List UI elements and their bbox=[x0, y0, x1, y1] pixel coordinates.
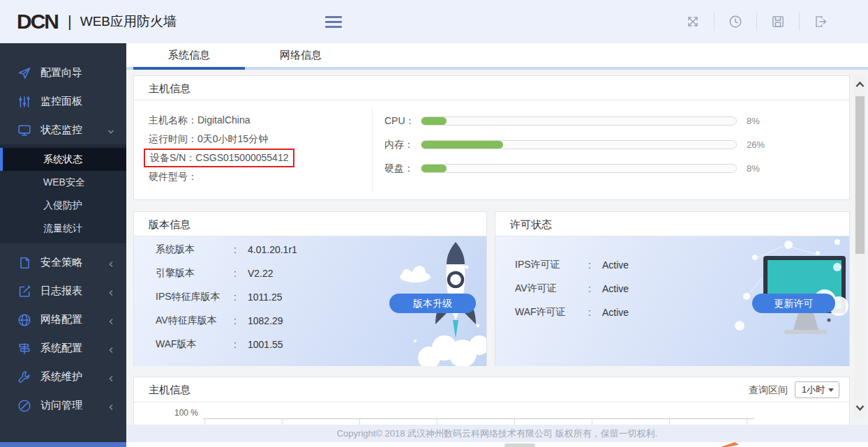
chevron-left-icon bbox=[107, 373, 115, 381]
header-separator bbox=[799, 13, 800, 31]
version-upgrade-button[interactable]: 版本升级 bbox=[389, 294, 476, 313]
sidebar-item-label: 网络配置 bbox=[40, 313, 82, 326]
memory-progress-bar bbox=[421, 140, 737, 149]
fullscreen-arrows-icon[interactable] bbox=[685, 14, 701, 29]
no-entry-icon bbox=[17, 399, 31, 413]
disk-progress-bar bbox=[421, 164, 737, 173]
sidebar-item-system-config[interactable]: 系统配置 bbox=[0, 334, 126, 363]
license-status-value: Active bbox=[602, 259, 629, 271]
serial-number-field: 设备S/N：CSGS015000055412 bbox=[149, 149, 372, 167]
sidebar-item-label: 访问管理 bbox=[40, 399, 82, 412]
version-row: WAF版本 : 1001.55 bbox=[134, 333, 486, 356]
tab-system-info[interactable]: 系统信息 bbox=[133, 43, 245, 70]
card-title: 主机信息 bbox=[134, 76, 849, 100]
card-title: 许可状态 bbox=[495, 212, 849, 236]
sidebar-item-security-policy[interactable]: 安全策略 bbox=[0, 248, 126, 277]
save-icon[interactable] bbox=[770, 14, 786, 29]
file-icon bbox=[17, 256, 31, 270]
license-status-value: Active bbox=[602, 283, 629, 294]
chevron-down-icon bbox=[107, 126, 115, 135]
cpu-percent: 8% bbox=[747, 116, 760, 126]
partial-scrollbar-pill bbox=[504, 444, 535, 447]
chevron-left-icon bbox=[107, 259, 115, 267]
header-separator bbox=[714, 13, 714, 31]
logout-icon[interactable] bbox=[813, 14, 828, 29]
app-title: WEB应用防火墙 bbox=[80, 13, 177, 31]
sidebar-bottom-accent bbox=[0, 442, 126, 447]
host-name-field: 主机名称：DigitalChina bbox=[149, 111, 372, 130]
scrollbar-thumb[interactable] bbox=[855, 96, 865, 254]
clock-icon[interactable] bbox=[728, 14, 743, 29]
top-header: DCN | WEB应用防火墙 bbox=[0, 0, 868, 43]
bottom-edge-strip bbox=[126, 442, 868, 447]
disk-gauge-row: 硬盘： 8% bbox=[373, 158, 849, 179]
sidebar-item-system-maintenance[interactable]: 系统维护 bbox=[0, 363, 126, 391]
sidebar-item-label: 监控面板 bbox=[40, 95, 82, 108]
uptime-field: 运行时间：0天0小时15分钟 bbox=[149, 130, 372, 149]
sliders-icon bbox=[17, 95, 31, 109]
vertical-scrollbar[interactable] bbox=[854, 75, 866, 418]
disk-label: 硬盘： bbox=[384, 162, 421, 175]
serial-number-text: 设备S/N：CSGS015000055412 bbox=[150, 152, 288, 163]
host-info-card: 主机信息 主机名称：DigitalChina 运行时间：0天0小时15分钟 设备… bbox=[133, 75, 850, 200]
memory-percent: 26% bbox=[747, 139, 765, 150]
app-window: DCN | WEB应用防火墙 bbox=[0, 0, 868, 447]
sidebar-item-label: 系统配置 bbox=[40, 342, 82, 355]
sidebar-subitem-system-status[interactable]: 系统状态 bbox=[0, 148, 126, 171]
version-row: 引擎版本 : V2.22 bbox=[134, 262, 486, 285]
update-license-button[interactable]: 更新许可 bbox=[752, 294, 835, 313]
globe-icon bbox=[17, 313, 31, 327]
version-row: 系统版本 : 4.01.20.1r1 bbox=[134, 238, 486, 262]
sidebar-item-access-management[interactable]: 访问管理 bbox=[0, 391, 126, 420]
chevron-left-icon bbox=[107, 402, 115, 410]
memory-gauge-row: 内存： 26% bbox=[373, 134, 849, 156]
license-row: IPS许可证 : Active bbox=[495, 253, 849, 277]
sidebar-item-log-reports[interactable]: 日志报表 bbox=[0, 277, 126, 305]
interval-select[interactable]: 1小时 bbox=[795, 381, 839, 398]
copyright-footer: Copyright© 2018 武汉神州数码云科网络技术有限公司 版权所有，保留… bbox=[126, 425, 868, 442]
chevron-left-icon bbox=[107, 316, 115, 324]
host-fields: 主机名称：DigitalChina 运行时间：0天0小时15分钟 设备S/N：C… bbox=[134, 100, 372, 199]
sidebar-item-label: 系统维护 bbox=[40, 370, 82, 384]
license-status-value: Active bbox=[602, 307, 629, 318]
interval-selected-value: 1小时 bbox=[802, 384, 825, 395]
sidebar-item-status-monitor[interactable]: 状态监控 bbox=[0, 116, 126, 144]
serial-number-highlight-box: 设备S/N：CSGS015000055412 bbox=[144, 149, 294, 167]
sidebar-subitem-traffic-stats[interactable]: 流量统计 bbox=[0, 217, 126, 240]
chart-axis-line bbox=[203, 418, 754, 419]
disk-percent: 8% bbox=[747, 163, 760, 174]
logo-divider: | bbox=[68, 13, 72, 31]
sidebar-item-network-config[interactable]: 网络配置 bbox=[0, 305, 126, 334]
license-status-card: 许可状态 IPS许可证 : Active AV许可证 : Active WAF许… bbox=[495, 211, 850, 366]
rocket-tip-decoration bbox=[721, 442, 739, 447]
paper-plane-icon bbox=[17, 66, 31, 80]
sidebar-subitem-intrusion-prevention[interactable]: 入侵防护 bbox=[0, 194, 126, 217]
query-interval-label: 查询区间 bbox=[749, 381, 788, 398]
edit-icon bbox=[17, 285, 31, 298]
memory-label: 内存： bbox=[384, 139, 421, 151]
monitor-icon bbox=[17, 123, 31, 137]
header-actions bbox=[672, 0, 841, 43]
y-axis-tick-label: 100 % bbox=[174, 408, 198, 418]
resource-gauges: CPU： 8% 内存： 26% 硬盘： 8% bbox=[373, 100, 849, 181]
main-content: 系统信息 网络信息 主机信息 主机名称：DigitalChina 运行时间：0天… bbox=[126, 43, 868, 447]
tab-bar: 系统信息 网络信息 bbox=[126, 43, 868, 70]
card-title: 版本信息 bbox=[134, 212, 486, 236]
wrench-icon bbox=[17, 370, 31, 384]
sidebar-item-label: 日志报表 bbox=[40, 285, 82, 298]
sidebar: 配置向导 监控面板 状态监控 系统状态 WEB安全 入侵防护 bbox=[0, 43, 126, 447]
collapse-menu-icon[interactable] bbox=[325, 16, 342, 28]
sidebar-item-label: 配置向导 bbox=[40, 66, 82, 79]
header-separator bbox=[756, 13, 757, 31]
scrollbar-down-arrow[interactable] bbox=[855, 403, 865, 413]
scrollbar-up-arrow[interactable] bbox=[855, 79, 865, 89]
dropdown-arrow-icon bbox=[828, 388, 834, 392]
sidebar-item-label: 安全策略 bbox=[40, 256, 82, 269]
chevron-left-icon bbox=[107, 287, 115, 296]
signpost-icon bbox=[17, 342, 31, 356]
sidebar-item-monitor-panel[interactable]: 监控面板 bbox=[0, 87, 126, 116]
tab-network-info[interactable]: 网络信息 bbox=[245, 43, 357, 70]
sidebar-item-config-wizard[interactable]: 配置向导 bbox=[0, 59, 126, 87]
sidebar-subitem-web-security[interactable]: WEB安全 bbox=[0, 171, 126, 194]
status-monitor-submenu: 系统状态 WEB安全 入侵防护 流量统计 bbox=[0, 144, 126, 243]
